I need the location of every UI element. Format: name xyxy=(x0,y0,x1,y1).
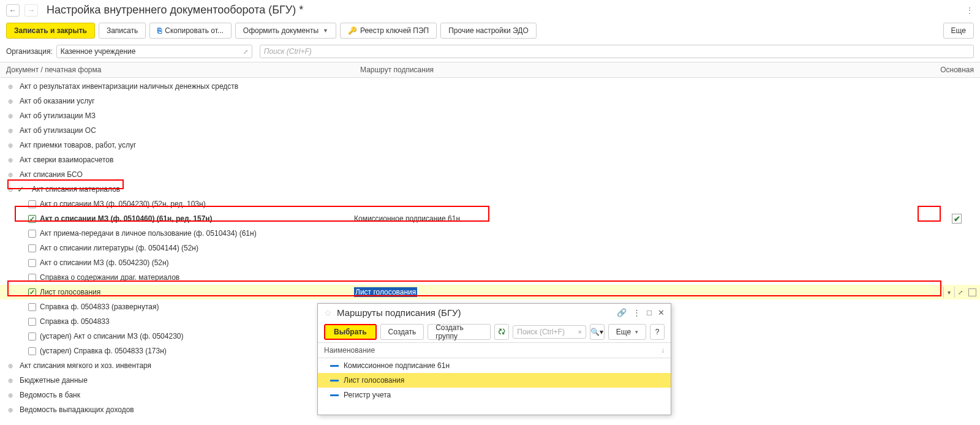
clear-icon[interactable]: × xyxy=(578,328,581,336)
search-settings-button[interactable]: 🔍▾ xyxy=(590,324,605,340)
sort-icon: ↓ xyxy=(661,346,665,355)
help-button[interactable]: ? xyxy=(650,324,665,340)
org-field[interactable]: Казенное учреждение⤢ xyxy=(56,45,252,58)
header-more-icon[interactable]: ⋮ xyxy=(965,6,974,15)
tree-group[interactable]: ⊖✓Акт списания материалов xyxy=(0,182,980,197)
expand-icon[interactable]: ⊕ xyxy=(6,407,15,413)
chevron-down-icon: ▼ xyxy=(323,28,328,34)
checkbox[interactable] xyxy=(28,288,36,296)
popup-search[interactable]: Поиск (Ctrl+F)× xyxy=(513,325,586,339)
tree-group[interactable]: ⊕Акт сверки взаиморасчетов xyxy=(0,152,980,167)
item-icon xyxy=(330,365,339,367)
expand-icon[interactable]: ⤢ xyxy=(243,48,248,55)
keys-button[interactable]: 🔑Реестр ключей ПЭП xyxy=(340,23,437,39)
checkbox[interactable] xyxy=(28,318,36,326)
select-button[interactable]: Выбрать xyxy=(324,324,377,340)
save-close-button[interactable]: Записать и закрыть xyxy=(6,23,95,39)
checkbox[interactable] xyxy=(28,244,36,252)
tree-group[interactable]: ⊕Акт об утилизации ОС xyxy=(0,123,980,138)
more-button[interactable]: Еще xyxy=(943,23,974,39)
create-group-button[interactable]: Создать группу xyxy=(428,324,491,340)
tree-group[interactable]: ⊕Акт об оказании услуг xyxy=(0,94,980,108)
checkbox[interactable] xyxy=(28,200,36,208)
expand-icon[interactable]: ⊕ xyxy=(6,113,15,119)
popup-col-header[interactable]: Наименование↓ xyxy=(318,342,671,358)
tree-item[interactable]: Справка о содержании драг. материалов xyxy=(0,270,980,285)
tree-item[interactable]: Акт о списании литературы (ф. 0504144) (… xyxy=(0,241,980,255)
open-icon[interactable]: ⤢ xyxy=(954,287,965,298)
tree-item[interactable]: Акт о списании МЗ (ф. 0504230) (52н) xyxy=(0,255,980,270)
tree-item[interactable]: Акт приема-передачи в личное пользование… xyxy=(0,226,980,241)
popup-row[interactable]: Регистр учета xyxy=(318,388,671,402)
popup-more-button[interactable]: Еще▾ xyxy=(608,324,646,340)
expand-icon[interactable]: ⊕ xyxy=(6,142,15,149)
link-icon[interactable]: 🔗 xyxy=(617,308,627,317)
more-icon[interactable]: ⋮ xyxy=(633,308,641,317)
refresh-button[interactable]: 🗘 xyxy=(494,324,509,340)
expand-icon[interactable]: ⊕ xyxy=(6,83,15,90)
route-editor[interactable]: Лист голосования xyxy=(354,287,417,297)
expand-icon[interactable]: ⊕ xyxy=(6,127,15,134)
checkbox[interactable] xyxy=(28,347,36,355)
search-input[interactable]: Поиск (Ctrl+F) xyxy=(260,45,974,58)
item-icon xyxy=(330,380,339,382)
copy-from-button[interactable]: ⎘Скопировать от... xyxy=(149,23,232,39)
tree-group[interactable]: ⊕Акт о результатах инвентаризации наличн… xyxy=(0,79,980,94)
tree-group[interactable]: ⊕Акт приемки товаров, работ, услуг xyxy=(0,138,980,152)
star-icon[interactable]: ☆ xyxy=(324,308,332,318)
copy-icon: ⎘ xyxy=(157,26,162,35)
other-settings-button[interactable]: Прочие настройки ЭДО xyxy=(440,23,537,39)
main-checkbox[interactable]: ✔ xyxy=(952,214,962,224)
popup-row[interactable]: Комиссионное подписание 61н xyxy=(318,358,671,373)
table-header: Документ / печатная форма Маршрут подпис… xyxy=(0,62,980,78)
forward-button[interactable]: → xyxy=(24,4,38,17)
checkbox[interactable] xyxy=(28,333,36,340)
expand-icon[interactable]: ⊕ xyxy=(6,171,15,178)
popup-title: Маршруты подписания (БГУ) xyxy=(337,307,612,318)
item-icon xyxy=(330,394,339,396)
org-label: Организация: xyxy=(6,47,53,56)
expand-icon[interactable]: ⊕ xyxy=(6,98,15,105)
format-docs-button[interactable]: Оформить документы▼ xyxy=(235,23,336,39)
key-icon: 🔑 xyxy=(348,26,357,35)
close-icon[interactable]: ✕ xyxy=(658,308,665,317)
check-icon: ✓ xyxy=(17,184,24,194)
collapse-icon[interactable]: ⊖ xyxy=(6,186,15,193)
dropdown-icon[interactable]: ▾ xyxy=(943,287,954,298)
checkbox[interactable] xyxy=(28,230,36,238)
routes-popup: ☆ Маршруты подписания (БГУ) 🔗 ⋮ □ ✕ Выбр… xyxy=(317,303,671,415)
expand-icon[interactable]: ⊕ xyxy=(6,157,15,164)
create-button[interactable]: Создать xyxy=(380,324,424,340)
tree-item[interactable]: Акт о списании МЗ (ф. 0504230) (52н, ред… xyxy=(0,197,980,211)
checkbox[interactable] xyxy=(28,274,36,282)
back-button[interactable]: ← xyxy=(6,4,20,17)
tree-item-selected[interactable]: Лист голосованияЛист голосования▾⤢ xyxy=(0,285,980,299)
route-value: Комиссионное подписание 61н xyxy=(354,214,460,223)
tree-item[interactable]: Акт о списании МЗ (ф. 0510460) (61н, ред… xyxy=(0,211,980,226)
save-button[interactable]: Записать xyxy=(99,23,146,39)
checkbox[interactable] xyxy=(28,259,36,267)
main-checkbox[interactable] xyxy=(968,288,976,296)
tree-group[interactable]: ⊕Акт списания БСО xyxy=(0,167,980,182)
expand-icon[interactable]: ⊕ xyxy=(6,392,15,399)
maximize-icon[interactable]: □ xyxy=(647,308,652,317)
tree-group[interactable]: ⊕Акт об утилизации МЗ xyxy=(0,108,980,123)
expand-icon[interactable]: ⊕ xyxy=(6,363,15,369)
checkbox[interactable] xyxy=(28,215,36,223)
popup-row-selected[interactable]: Лист голосования xyxy=(318,373,671,388)
checkbox[interactable] xyxy=(28,303,36,311)
page-title: Настройка внутреннего документооборота (… xyxy=(47,4,303,17)
expand-icon[interactable]: ⊕ xyxy=(6,377,15,384)
